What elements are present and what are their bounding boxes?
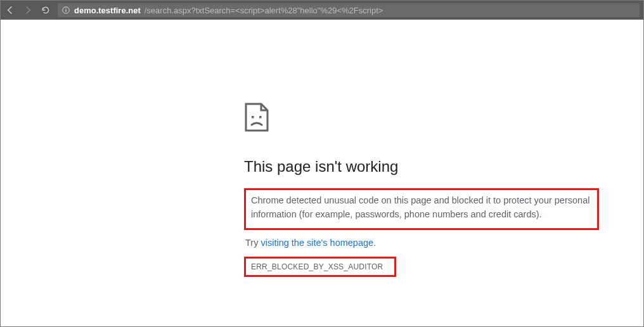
error-panel: This page isn't working Chrome detected … [244, 102, 599, 277]
arrow-right-icon [23, 5, 33, 15]
address-bar[interactable]: demo.testfire.net/search.aspx?txtSearch=… [58, 3, 640, 17]
try-prefix: Try [245, 238, 261, 248]
url-path: /search.aspx?txtSearch=<script>alert%28"… [145, 6, 383, 15]
back-button[interactable] [4, 1, 16, 20]
reload-icon [41, 5, 51, 15]
browser-window: demo.testfire.net/search.aspx?txtSearch=… [0, 0, 644, 327]
url-host: demo.testfire.net [74, 6, 141, 15]
highlight-box-code: ERR_BLOCKED_BY_XSS_AUDITOR [244, 257, 396, 277]
error-code: ERR_BLOCKED_BY_XSS_AUDITOR [251, 262, 383, 271]
reload-button[interactable] [40, 1, 51, 20]
svg-rect-1 [65, 10, 66, 12]
page-viewport: This page isn't working Chrome detected … [1, 20, 643, 326]
svg-rect-4 [259, 116, 262, 119]
sad-file-icon [244, 102, 269, 132]
svg-rect-3 [252, 116, 254, 119]
svg-rect-2 [65, 8, 66, 9]
forward-button[interactable] [22, 1, 34, 20]
highlight-box-description: Chrome detected unusual code on this pag… [244, 188, 599, 230]
error-title: This page isn't working [244, 158, 599, 176]
try-line: Try visiting the site's homepage. [245, 238, 599, 248]
browser-toolbar: demo.testfire.net/search.aspx?txtSearch=… [1, 1, 643, 20]
try-suffix: . [373, 238, 376, 248]
error-description: Chrome detected unusual code on this pag… [251, 194, 592, 222]
homepage-link[interactable]: visiting the site's homepage [261, 238, 373, 248]
arrow-left-icon [5, 5, 15, 15]
site-info-icon[interactable] [61, 6, 70, 15]
